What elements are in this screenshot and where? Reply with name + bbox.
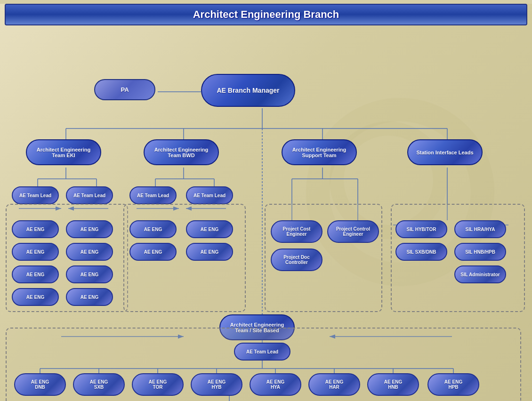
project-cost-engineer: Project Cost Engineer — [271, 220, 322, 243]
bwd-team-lead-2-label: AE Team Lead — [193, 193, 226, 198]
bwd-aeng-3: AE ENG — [129, 243, 177, 261]
bwd-team-lead-1: AE Team Lead — [129, 186, 177, 204]
ae-support-team-node: Architect Engineering Support Team — [282, 139, 357, 165]
station-interface-leads-label: Station Interface Leads — [416, 150, 473, 155]
ae-branch-manager-label: AE Branch Manager — [217, 87, 279, 94]
ae-eng-dnb: AE ENG DNB — [14, 373, 66, 396]
eki-aeng-6: AE ENG — [66, 265, 113, 283]
ae-team-bwd-node: Architect Engineering Team BWD — [144, 139, 219, 165]
ae-eng-hpb: AE ENG HPB — [427, 373, 479, 396]
pa-label: PA — [121, 86, 129, 93]
eki-team-lead-1: AE Team Lead — [12, 186, 59, 204]
eki-team-lead-1-label: AE Team Lead — [19, 193, 51, 198]
bwd-aeng-2: AE ENG — [186, 220, 233, 238]
ae-eng-har: AE ENG HAR — [308, 373, 360, 396]
page-wrapper: Architect Engineering Branch — [0, 4, 532, 401]
eki-aeng-8: AE ENG — [66, 288, 113, 306]
eki-aeng-2: AE ENG — [66, 220, 113, 238]
ae-support-team-label: Architect Engineering Support Team — [292, 147, 346, 158]
title-bar: Architect Engineering Branch — [5, 4, 527, 25]
bwd-aeng-1: AE ENG — [129, 220, 177, 238]
bwd-team-lead-1-label: AE Team Lead — [137, 193, 169, 198]
ae-team-bwd-label: Architect Engineering Team BWD — [154, 147, 208, 158]
bwd-aeng-4: AE ENG — [186, 243, 233, 261]
eki-aeng-7: AE ENG — [12, 288, 59, 306]
sil-hyb-tor: SIL HYB/TOR — [395, 220, 447, 238]
pa-node: PA — [94, 79, 155, 100]
ae-eng-hnb: AE ENG HNB — [367, 373, 419, 396]
eki-aeng-5: AE ENG — [12, 265, 59, 283]
sil-hnb-hpb: SIL HNB/HPB — [454, 243, 506, 261]
eki-team-lead-2: AE Team Lead — [66, 186, 113, 204]
ae-eng-sxb: AE ENG SXB — [73, 373, 125, 396]
eki-team-lead-2-label: AE Team Lead — [73, 193, 105, 198]
eki-aeng-1: AE ENG — [12, 220, 59, 238]
ae-team-eki-node: Architect Engineering Team EKI — [26, 139, 101, 165]
eki-aeng-4: AE ENG — [66, 243, 113, 261]
sil-administrator: SIL Administrator — [454, 265, 506, 283]
bwd-team-lead-2: AE Team Lead — [186, 186, 233, 204]
ae-eng-hya: AE ENG HYA — [250, 373, 301, 396]
ae-eng-tor: AE ENG TOR — [132, 373, 184, 396]
page-title: Architect Engineering Branch — [6, 8, 526, 21]
ae-branch-manager-node: AE Branch Manager — [201, 74, 295, 107]
project-doc-controller: Project Doc Controller — [271, 249, 322, 271]
sil-sxb-dnb: SIL SXB/DNB — [395, 243, 447, 261]
station-interface-leads-node: Station Interface Leads — [407, 139, 483, 165]
project-control-engineer: Project Control Engineer — [327, 220, 379, 243]
sil-hra-hya: SIL HRA/HYA — [454, 220, 506, 238]
org-chart: PA AE Branch Manager Architect Engineeri… — [0, 37, 532, 401]
site-based-team-lead: AE Team Lead — [234, 343, 290, 361]
ae-team-eki-label: Architect Engineering Team EKI — [37, 147, 90, 158]
ae-eng-hyb: AE ENG HYB — [191, 373, 242, 396]
eki-aeng-3: AE ENG — [12, 243, 59, 261]
